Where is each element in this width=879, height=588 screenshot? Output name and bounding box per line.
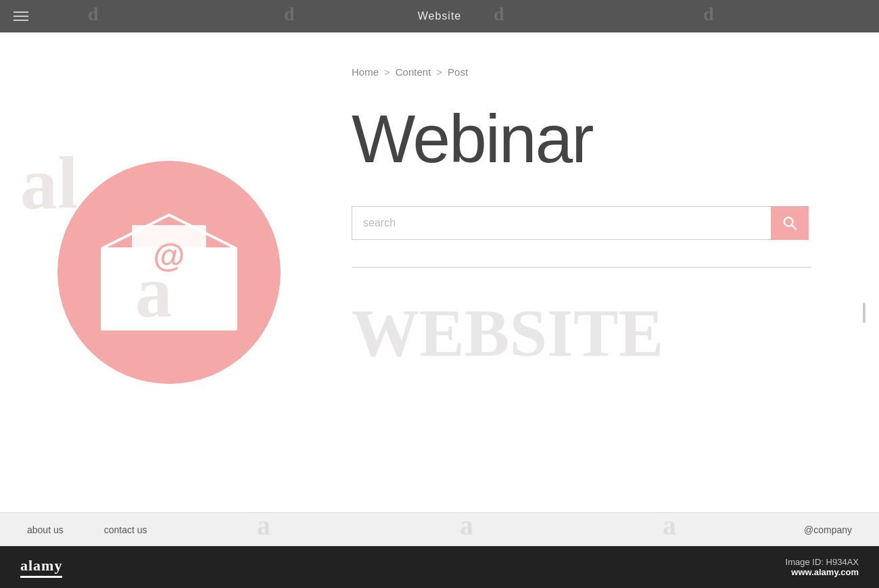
nav-watermark-3: d <box>494 3 504 25</box>
company-label: @company <box>804 524 852 535</box>
bottom-watermark-2: a <box>460 510 473 541</box>
nav-watermark-2: d <box>284 3 295 25</box>
main-content: al @ a <box>0 32 879 512</box>
breadcrumb-sep-2: > <box>436 66 442 78</box>
search-area <box>352 206 879 240</box>
left-section: al @ a <box>0 32 338 512</box>
alamy-logo-line <box>20 576 62 578</box>
search-icon <box>782 216 797 230</box>
alamy-footer: alamy Image ID: H934AX www.alamy.com <box>0 546 879 588</box>
svg-line-10 <box>792 225 796 229</box>
bottom-bar: about us contact us a a a @company <box>0 512 879 546</box>
nav-title: Website <box>418 10 462 22</box>
search-button[interactable] <box>771 206 809 240</box>
breadcrumb: Home > Content > Post <box>352 66 879 78</box>
bottom-watermark-1: a <box>257 510 270 541</box>
watermark-al1: al <box>20 141 78 226</box>
image-id: Image ID: H934AX <box>786 557 859 567</box>
hero-watermark: WEBSITE <box>352 294 663 372</box>
nav-watermark-4: d <box>703 3 714 25</box>
top-nav: d d Website d d <box>0 0 879 32</box>
breadcrumb-sep-1: > <box>384 66 390 78</box>
scrollbar[interactable] <box>863 303 865 323</box>
right-section: Home > Content > Post Webinar WEBSITE <box>338 32 879 512</box>
alamy-url: www.alamy.com <box>791 567 859 577</box>
search-input[interactable] <box>352 206 771 240</box>
about-link[interactable]: about us <box>27 524 64 535</box>
alamy-info: Image ID: H934AX www.alamy.com <box>786 557 859 577</box>
alamy-logo: alamy <box>20 557 62 578</box>
breadcrumb-home[interactable]: Home <box>352 66 379 78</box>
hamburger-menu[interactable] <box>14 11 28 21</box>
breadcrumb-post[interactable]: Post <box>448 66 468 78</box>
content-divider <box>352 267 811 268</box>
breadcrumb-content[interactable]: Content <box>396 66 431 78</box>
page-title: Webinar <box>352 105 879 172</box>
watermark-al2: a <box>135 249 172 335</box>
contact-link[interactable]: contact us <box>104 524 147 535</box>
alamy-logo-text: alamy <box>20 557 62 574</box>
bottom-watermark-3: a <box>663 510 676 541</box>
nav-watermark-1: d <box>88 3 99 25</box>
